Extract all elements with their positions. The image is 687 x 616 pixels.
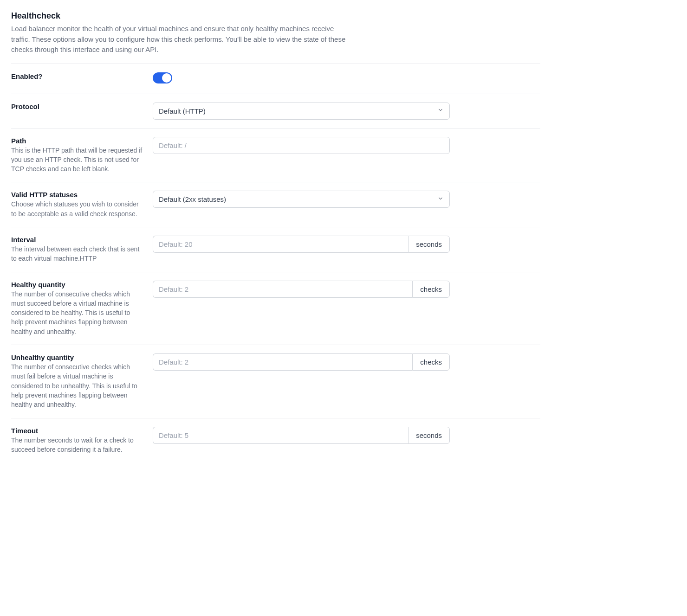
section-description: Load balancer monitor the health of your…: [11, 24, 350, 55]
section-header: Healthcheck Load balancer monitor the he…: [11, 11, 540, 55]
healthcheck-form: Healthcheck Load balancer monitor the he…: [11, 11, 540, 462]
valid-statuses-label: Valid HTTP statuses: [11, 191, 143, 199]
interval-input[interactable]: [153, 236, 408, 253]
row-healthy-quantity: Healthy quantity The number of consecuti…: [11, 272, 540, 345]
toggle-knob: [162, 73, 171, 83]
unhealthy-quantity-unit: checks: [412, 353, 450, 371]
path-description: This is the HTTP path that will be reque…: [11, 146, 143, 174]
timeout-unit: seconds: [408, 427, 450, 444]
valid-statuses-selected-value: Default (2xx statuses): [159, 195, 226, 203]
protocol-select[interactable]: Default (HTTP): [153, 103, 450, 120]
row-valid-statuses: Valid HTTP statuses Choose which statuse…: [11, 182, 540, 227]
enabled-label: Enabled?: [11, 72, 143, 80]
healthy-quantity-input[interactable]: [153, 281, 412, 298]
unhealthy-quantity-label: Unhealthy quantity: [11, 353, 143, 361]
healthy-quantity-label: Healthy quantity: [11, 281, 143, 289]
row-interval: Interval The interval between each check…: [11, 227, 540, 272]
protocol-selected-value: Default (HTTP): [159, 107, 206, 115]
healthy-quantity-unit: checks: [412, 281, 450, 298]
interval-description: The interval between each check that is …: [11, 244, 143, 263]
row-protocol: Protocol Default (HTTP): [11, 94, 540, 128]
timeout-label: Timeout: [11, 427, 143, 435]
row-enabled: Enabled?: [11, 64, 540, 94]
timeout-description: The number seconds to wait for a check t…: [11, 436, 143, 455]
row-timeout: Timeout The number seconds to wait for a…: [11, 418, 540, 463]
healthy-quantity-description: The number of consecutive checks which m…: [11, 289, 143, 336]
timeout-input[interactable]: [153, 427, 408, 444]
protocol-label: Protocol: [11, 103, 143, 110]
row-unhealthy-quantity: Unhealthy quantity The number of consecu…: [11, 345, 540, 418]
interval-unit: seconds: [408, 236, 450, 253]
valid-statuses-description: Choose which statuses you wish to consid…: [11, 199, 143, 218]
enabled-toggle[interactable]: [153, 72, 172, 83]
section-title: Healthcheck: [11, 11, 540, 21]
valid-statuses-select[interactable]: Default (2xx statuses): [153, 191, 450, 208]
interval-label: Interval: [11, 236, 143, 244]
unhealthy-quantity-description: The number of consecutive checks which m…: [11, 362, 143, 409]
unhealthy-quantity-input[interactable]: [153, 353, 412, 371]
row-path: Path This is the HTTP path that will be …: [11, 128, 540, 183]
path-input[interactable]: [153, 137, 450, 154]
path-label: Path: [11, 137, 143, 145]
